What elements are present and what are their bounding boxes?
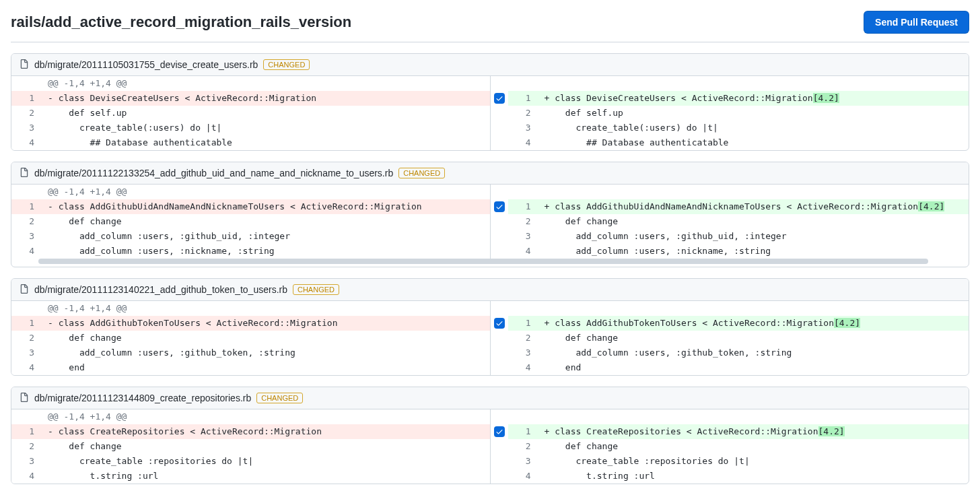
file-path: db/migrate/20111123140221_add_github_tok…	[34, 284, 287, 295]
line-number-right: 1	[508, 424, 538, 439]
file-path: db/migrate/20111105031755_devise_create_…	[34, 59, 258, 70]
file-icon	[20, 59, 29, 70]
hunk-header: @@ -1,4 +1,4 @@	[41, 301, 490, 316]
line-number-right: 2	[508, 439, 538, 454]
checkbox-column	[491, 244, 508, 259]
line-number-right: 3	[508, 454, 538, 469]
diff-body: @@ -1,4 +1,4 @@1- class DeviseCreateUser…	[11, 76, 969, 150]
checkbox-column	[491, 469, 508, 484]
code-right: def change	[538, 439, 969, 454]
diff-body: @@ -1,4 +1,4 @@1- class AddGithubUidAndN…	[11, 185, 969, 259]
code-right: + class DeviseCreateUsers < ActiveRecord…	[538, 91, 969, 106]
line-number-left: 1	[11, 316, 41, 331]
code-right: def change	[538, 331, 969, 345]
line-number-left: 1	[11, 424, 41, 439]
code-left: - class AddGithubUidAndNameAndNicknameTo…	[41, 199, 490, 214]
code-left: end	[41, 360, 490, 375]
line-number-left: 3	[11, 345, 41, 360]
line-number-left	[11, 301, 41, 316]
file-diff: db/migrate/20111123144809_create_reposit…	[11, 387, 969, 484]
line-number-right: 3	[508, 121, 538, 135]
file-path: db/migrate/20111123144809_create_reposit…	[34, 393, 251, 403]
code-left: - class CreateRepositories < ActiveRecor…	[41, 424, 490, 439]
file-header[interactable]: db/migrate/20111105031755_devise_create_…	[11, 54, 969, 76]
checkbox-column	[491, 199, 508, 214]
diff-body: @@ -1,4 +1,4 @@1- class AddGithubTokenTo…	[11, 301, 969, 375]
file-header[interactable]: db/migrate/20111122133254_add_github_uid…	[11, 162, 969, 185]
line-number-left	[11, 185, 41, 199]
file-diff: db/migrate/20111123140221_add_github_tok…	[11, 278, 969, 376]
line-number-left: 2	[11, 214, 41, 229]
code-right: end	[538, 360, 969, 375]
checkbox-column	[491, 316, 508, 331]
highlighted-addition: [4.2]	[813, 93, 839, 103]
file-icon	[20, 168, 29, 178]
line-number-left: 3	[11, 121, 41, 135]
code-right: + class CreateRepositories < ActiveRecor…	[538, 424, 969, 439]
code-right: def change	[538, 214, 969, 229]
code-right: create_table(:users) do |t|	[538, 121, 969, 135]
file-path: db/migrate/20111122133254_add_github_uid…	[34, 168, 393, 178]
file-diff: db/migrate/20111105031755_devise_create_…	[11, 53, 969, 151]
code-left: t.string :url	[41, 469, 490, 484]
changed-badge: CHANGED	[256, 393, 303, 403]
code-left: - class AddGithubTokenToUsers < ActiveRe…	[41, 316, 490, 331]
line-select-checkbox[interactable]	[494, 201, 505, 212]
code-left: - class DeviseCreateUsers < ActiveRecord…	[41, 91, 490, 106]
code-left: add_column :users, :github_uid, :integer	[41, 229, 490, 244]
horizontal-scrollbar[interactable]	[38, 259, 928, 264]
checkbox-column	[491, 331, 508, 345]
line-number-right: 1	[508, 199, 538, 214]
code-right: def self.up	[538, 106, 969, 121]
line-select-checkbox[interactable]	[494, 426, 505, 437]
checkbox-column	[491, 214, 508, 229]
code-left: def self.up	[41, 106, 490, 121]
hunk-header: @@ -1,4 +1,4 @@	[41, 185, 490, 199]
line-number-left: 4	[11, 469, 41, 484]
line-number-right: 4	[508, 469, 538, 484]
code-right: create_table :repositories do |t|	[538, 454, 969, 469]
line-number-left: 4	[11, 244, 41, 259]
code-left: add_column :users, :nickname, :string	[41, 244, 490, 259]
line-select-checkbox[interactable]	[494, 93, 505, 104]
checkbox-column	[491, 135, 508, 150]
code-right: add_column :users, :github_token, :strin…	[538, 345, 969, 360]
code-left: def change	[41, 439, 490, 454]
line-number-left	[11, 76, 41, 91]
line-number-right: 4	[508, 135, 538, 150]
line-number-right: 1	[508, 91, 538, 106]
line-number-left: 3	[11, 229, 41, 244]
file-header[interactable]: db/migrate/20111123144809_create_reposit…	[11, 387, 969, 409]
file-icon	[20, 393, 29, 403]
line-number-right: 2	[508, 106, 538, 121]
hunk-header: @@ -1,4 +1,4 @@	[41, 76, 490, 91]
file-icon	[20, 284, 29, 295]
code-right: + class AddGithubUidAndNameAndNicknameTo…	[538, 199, 969, 214]
hunk-header: @@ -1,4 +1,4 @@	[41, 409, 490, 424]
checkbox-column	[491, 229, 508, 244]
line-number-right: 4	[508, 244, 538, 259]
checkbox-column	[491, 360, 508, 375]
diff-body: @@ -1,4 +1,4 @@1- class CreateRepositori…	[11, 409, 969, 484]
page-header: rails/add_active_record_migration_rails_…	[11, 11, 969, 42]
line-select-checkbox[interactable]	[494, 318, 505, 329]
code-left: def change	[41, 214, 490, 229]
code-left: ## Database authenticatable	[41, 135, 490, 150]
line-number-left: 2	[11, 331, 41, 345]
highlighted-addition: [4.2]	[918, 201, 944, 211]
line-number-right: 1	[508, 316, 538, 331]
changed-badge: CHANGED	[293, 284, 339, 295]
highlighted-addition: [4.2]	[818, 426, 845, 436]
file-header[interactable]: db/migrate/20111123140221_add_github_tok…	[11, 279, 969, 301]
line-number-right: 3	[508, 345, 538, 360]
code-right: ## Database authenticatable	[538, 135, 969, 150]
code-right: add_column :users, :nickname, :string	[538, 244, 969, 259]
code-right: add_column :users, :github_uid, :integer	[538, 229, 969, 244]
line-number-right: 2	[508, 214, 538, 229]
checkbox-column	[491, 439, 508, 454]
highlighted-addition: [4.2]	[834, 318, 860, 328]
changed-badge: CHANGED	[263, 59, 310, 70]
checkbox-column	[491, 345, 508, 360]
send-pull-request-button[interactable]: Send Pull Request	[864, 11, 969, 34]
line-number-left: 1	[11, 91, 41, 106]
